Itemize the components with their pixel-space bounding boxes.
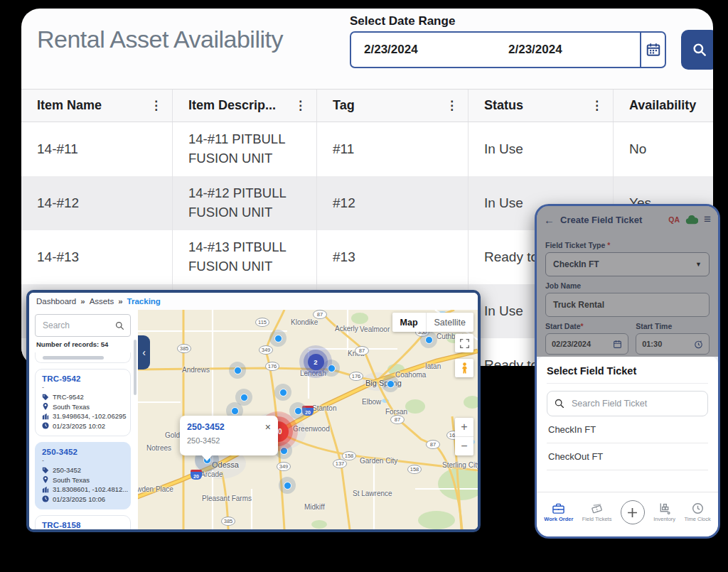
pegman-icon (459, 362, 470, 374)
asset-card-selected[interactable]: 250-3452 - 250-3452 South Texas 31.83086… (35, 442, 131, 509)
map-town-label: Pleasant Farms (202, 495, 252, 502)
column-menu-icon[interactable] (294, 98, 306, 113)
cell-tag: #12 (316, 176, 468, 230)
plus-icon (627, 507, 638, 518)
column-header-status[interactable]: Status (468, 90, 613, 122)
column-header-tag[interactable]: Tag (316, 90, 468, 122)
tag-icon (42, 394, 49, 401)
asset-search-box (35, 314, 131, 337)
sidebar-scrollbar[interactable] (134, 340, 136, 395)
add-button[interactable] (621, 500, 645, 524)
map-marker[interactable] (269, 330, 287, 347)
map-marker[interactable] (279, 477, 296, 494)
column-header-item-description[interactable]: Item Descrip... (172, 90, 316, 122)
field-ticket-search-box (547, 391, 708, 416)
time-clock-icon (692, 502, 704, 514)
asset-tag-row: 250-3452 (42, 466, 124, 474)
search-button[interactable] (681, 30, 713, 70)
asset-region-row: South Texas (42, 476, 124, 484)
map-type-satellite-button[interactable]: Satellite (426, 313, 473, 332)
zoom-in-button[interactable]: + (455, 418, 473, 437)
column-header-item-name[interactable]: Item Name (21, 90, 172, 122)
asset-id: TRC-9542 (42, 374, 124, 383)
asset-card-clipped[interactable] (35, 352, 131, 363)
start-date-input[interactable] (351, 33, 496, 67)
map-town-label: Ackerly (335, 325, 358, 333)
search-icon (115, 321, 124, 330)
infowindow-title[interactable]: 250-3452 (187, 422, 225, 432)
calendar-button[interactable] (640, 33, 665, 67)
map-town-label: Bowden Place (138, 485, 173, 493)
cell-availability: No (613, 122, 713, 176)
nav-field-tickets[interactable]: Field Tickets (582, 502, 612, 522)
records-count: Number of records: 54 (36, 340, 131, 348)
map-town-label: Iatan (425, 362, 441, 370)
sheet-title: Select Field Ticket (547, 365, 708, 384)
cell-item-name: 14-#11 (21, 122, 172, 176)
cell-item-description: 14-#13 PITBULL FUSION UNIT (172, 230, 316, 284)
sidebar-collapse-chevron-icon[interactable] (138, 335, 150, 369)
map-town-label: Greenwood (293, 425, 330, 433)
interstate-shield: 20 (191, 470, 202, 480)
pegman-button[interactable] (455, 359, 473, 377)
route-shield: 158 (407, 465, 422, 474)
route-shield: 176 (265, 362, 279, 371)
option-checkin-ft[interactable]: CheckIn FT (547, 416, 708, 443)
map-type-map-button[interactable]: Map (392, 313, 426, 332)
map-town-label: St Lawrence (353, 490, 392, 497)
mobile-app-window: Create Field Ticket QA Field Ticket Type… (535, 204, 720, 539)
site-icon (42, 486, 49, 493)
field-ticket-search-input[interactable] (570, 398, 700, 409)
asset-card[interactable]: TRC-8158 - TRC-8158 South Texas 31.94971… (35, 515, 131, 529)
route-shield: 87 (355, 346, 369, 355)
route-shield: 385 (177, 344, 191, 353)
route-shield: 87 (313, 310, 327, 319)
nav-time-clock[interactable]: Time Clock (685, 502, 711, 522)
fullscreen-button[interactable] (455, 334, 473, 352)
map-town-label: Klondike (291, 318, 318, 326)
map-town-label: Notrees (146, 444, 171, 452)
marker-cluster-blue[interactable]: 2 (299, 345, 332, 378)
breadcrumb-assets[interactable]: Assets (90, 297, 114, 306)
clock-icon (42, 422, 49, 429)
modal-scrim[interactable] (537, 206, 718, 357)
breadcrumb: Dashboard » Assets » Tracking (29, 293, 478, 310)
fullscreen-icon (460, 339, 469, 348)
map-marker[interactable] (229, 362, 246, 379)
location-pin-icon (42, 403, 49, 410)
page-title: Rental Asset Availability (37, 26, 283, 53)
column-menu-icon[interactable] (446, 98, 458, 113)
cell-tag: #11 (316, 122, 468, 176)
map-marker[interactable] (420, 331, 437, 348)
table-row[interactable]: 14-#11 14-#11 PITBULL FUSION UNIT #11 In… (21, 122, 713, 176)
tracking-body: Number of records: 54 TRC-9542 - TRC-954… (29, 310, 478, 529)
create-field-ticket-screen: Create Field Ticket QA Field Ticket Type… (537, 206, 718, 357)
route-shield: 87 (426, 440, 440, 449)
breadcrumb-separator-icon: » (80, 297, 85, 306)
map-marker[interactable] (382, 375, 399, 392)
asset-search-input[interactable] (41, 320, 115, 331)
zoom-out-button[interactable]: − (455, 437, 473, 455)
cell-item-description: 14-#12 PITBULL FUSION UNIT (172, 176, 316, 230)
site-icon (42, 413, 49, 420)
column-menu-icon[interactable] (591, 98, 603, 113)
ticket-icon (590, 502, 604, 514)
option-checkout-ft[interactable]: CheckOut FT (547, 443, 708, 470)
end-date-input[interactable] (496, 33, 640, 67)
nav-work-order[interactable]: Work Order (544, 502, 573, 522)
breadcrumb-separator-icon: » (118, 297, 122, 306)
column-menu-icon[interactable] (150, 98, 162, 113)
close-icon[interactable] (265, 422, 271, 432)
breadcrumb-tracking[interactable]: Tracking (127, 297, 161, 306)
report-header: Rental Asset Availability Select Date Ra… (21, 9, 713, 89)
map-town-label: Elbow (362, 398, 381, 406)
map-town-label: Andrews (182, 366, 210, 374)
breadcrumb-dashboard[interactable]: Dashboard (36, 297, 76, 306)
asset-tracking-window: Dashboard » Assets » Tracking Number of … (26, 290, 481, 532)
asset-card[interactable]: TRC-9542 - TRC-9542 South Texas 31.94986… (35, 369, 131, 436)
nav-inventory[interactable]: Inventory (653, 502, 675, 522)
route-shield: 115 (255, 318, 269, 327)
map-marker[interactable] (274, 384, 291, 401)
column-header-availability[interactable]: Availability (613, 90, 713, 122)
map-canvas[interactable]: Klondike Ackerly Vealmoor Knott Andrews … (138, 310, 478, 529)
